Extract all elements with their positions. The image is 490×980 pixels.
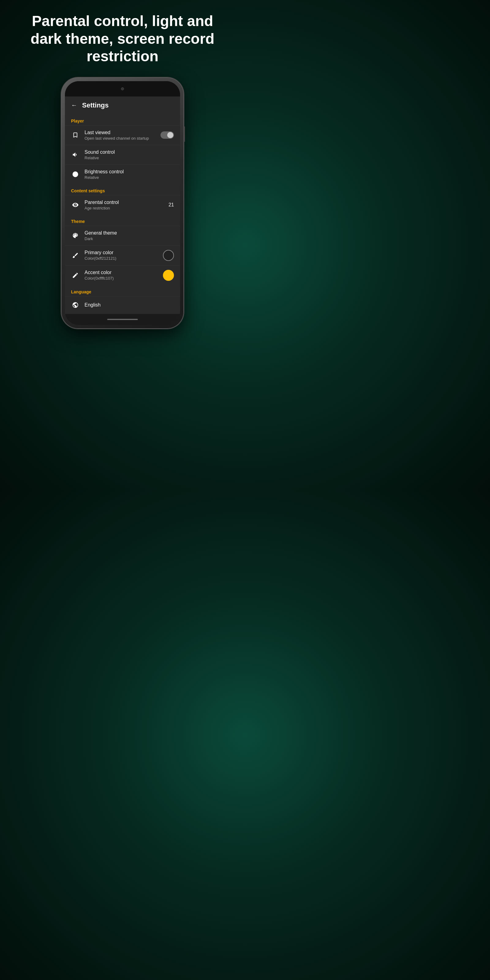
- brightness-control-text: Brightness control Relative: [84, 169, 174, 180]
- primary-color-text: Primary color Color(0xff212121): [84, 250, 158, 261]
- list-item[interactable]: General theme Dark: [65, 226, 180, 245]
- general-theme-subtitle: Dark: [84, 236, 174, 241]
- back-button[interactable]: ←: [71, 102, 77, 109]
- svg-point-0: [73, 172, 78, 177]
- screen-content: ← Settings Player Last viewed Open last …: [65, 97, 180, 314]
- toggle-knob: [167, 132, 173, 138]
- camera-dot: [121, 87, 124, 90]
- headline-text: Parental control, light and dark theme, …: [0, 0, 245, 75]
- general-theme-text: General theme Dark: [84, 230, 174, 241]
- globe-icon: [71, 301, 80, 309]
- sound-icon: [71, 150, 80, 159]
- toggle-switch[interactable]: [161, 131, 174, 139]
- primary-color-subtitle: Color(0xff212121): [84, 256, 158, 261]
- accent-color-subtitle: Color(0xffffc107): [84, 276, 158, 280]
- app-title: Settings: [82, 101, 109, 109]
- general-theme-title: General theme: [84, 230, 174, 236]
- accent-color-title: Accent color: [84, 270, 158, 275]
- parental-control-value: 21: [169, 202, 174, 208]
- sound-control-title: Sound control: [84, 150, 174, 155]
- list-item[interactable]: Accent color Color(0xffffc107): [65, 265, 180, 285]
- list-item[interactable]: Brightness control Relative: [65, 164, 180, 184]
- accent-color-swatch[interactable]: [163, 270, 174, 281]
- parental-control-text: Parental control Age restriction: [84, 200, 164, 210]
- home-indicator[interactable]: [107, 319, 138, 320]
- list-item[interactable]: English: [65, 296, 180, 313]
- section-player-label: Player: [65, 114, 180, 125]
- list-item[interactable]: Parental control Age restriction 21: [65, 195, 180, 215]
- primary-color-swatch[interactable]: [163, 250, 174, 261]
- last-viewed-toggle[interactable]: [161, 131, 174, 139]
- accent-color-icon: [71, 271, 80, 280]
- parental-control-subtitle: Age restriction: [84, 206, 164, 210]
- list-item[interactable]: Last viewed Open last viewed channel on …: [65, 125, 180, 145]
- notch-left: [71, 84, 99, 93]
- primary-color-icon: [71, 251, 80, 260]
- last-viewed-title: Last viewed: [84, 130, 156, 135]
- volume-button: [184, 126, 185, 142]
- sound-control-subtitle: Relative: [84, 156, 174, 160]
- notch-right: [146, 84, 174, 93]
- section-content-label: Content settings: [65, 184, 180, 195]
- bookmark-icon: [71, 131, 80, 139]
- sound-control-text: Sound control Relative: [84, 150, 174, 160]
- accent-color-text: Accent color Color(0xffffc107): [84, 270, 158, 280]
- phone-top-bar: [65, 81, 180, 97]
- parental-control-title: Parental control: [84, 200, 164, 205]
- section-language-label: Language: [65, 285, 180, 296]
- list-item[interactable]: Primary color Color(0xff212121): [65, 245, 180, 265]
- phone-mockup: ← Settings Player Last viewed Open last …: [61, 78, 184, 329]
- language-title: English: [84, 302, 174, 308]
- palette-icon: [71, 231, 80, 240]
- last-viewed-text: Last viewed Open last viewed channel on …: [84, 130, 156, 140]
- last-viewed-subtitle: Open last viewed channel on startup: [84, 136, 156, 140]
- brightness-icon: [71, 170, 80, 178]
- phone-bottom-bar: [65, 314, 180, 325]
- app-header: ← Settings: [65, 97, 180, 114]
- language-text: English: [84, 302, 174, 308]
- brightness-control-subtitle: Relative: [84, 175, 174, 180]
- primary-color-title: Primary color: [84, 250, 158, 255]
- brightness-control-title: Brightness control: [84, 169, 174, 175]
- section-theme-label: Theme: [65, 215, 180, 226]
- list-item[interactable]: Sound control Relative: [65, 145, 180, 164]
- color-swatch-dark: [163, 250, 174, 261]
- parental-icon: [71, 200, 80, 209]
- color-swatch-accent: [163, 270, 174, 281]
